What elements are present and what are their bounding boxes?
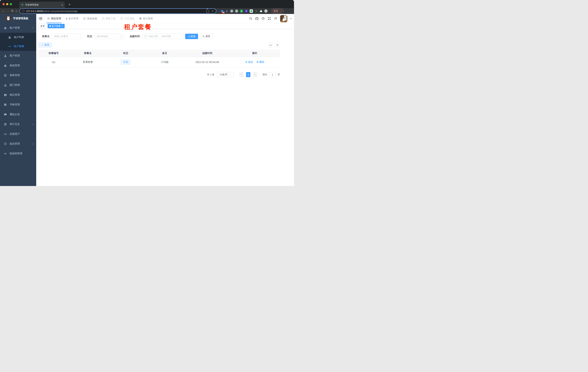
reload-icon[interactable]: ↻	[11, 10, 14, 12]
extension-icon[interactable]: ☺	[264, 10, 268, 13]
message-icon	[4, 113, 7, 116]
sidebar-item-notice[interactable]: 通知公告	[0, 110, 36, 119]
github-icon[interactable]	[255, 17, 259, 20]
col-package-id: 套餐编号	[39, 50, 69, 57]
sidebar-item-label: 在线用户	[10, 132, 20, 136]
zoom-window-button[interactable]	[10, 3, 12, 5]
sidebar-item-tenant-list[interactable]: 租户列表	[0, 33, 36, 42]
col-status: 状态	[107, 50, 144, 57]
reset-button[interactable]: ↻重置	[200, 34, 213, 39]
sidebar-item-online-users[interactable]: 在线用户	[0, 129, 36, 139]
extension-icon[interactable]	[235, 10, 238, 13]
tag-tenant-package[interactable]: 租户套餐 ×	[48, 24, 65, 28]
top-nav-payment[interactable]: ¥ 支付管理	[63, 14, 81, 23]
home-icon[interactable]: ⌂	[15, 10, 17, 12]
extension-icon[interactable]: y	[240, 10, 243, 13]
font-size-icon[interactable]: TT	[274, 17, 277, 21]
address-bar[interactable]: i 127.0.0.1:48080/admin-ui/system/tenant…	[20, 9, 216, 13]
current-page[interactable]: 1	[246, 72, 250, 77]
back-icon[interactable]: ←	[2, 10, 5, 12]
extension-icon[interactable]	[259, 10, 263, 13]
pagination: 共 1 条 10条/页 ‹ 1 › 前往 页	[39, 72, 280, 77]
delete-link[interactable]: 删除	[256, 61, 264, 64]
goto-page-input[interactable]	[269, 72, 276, 77]
user-avatar[interactable]: 4$0:70	[280, 15, 287, 22]
online-users-icon	[4, 133, 7, 136]
bookmark-star-icon[interactable]: ☆	[211, 10, 214, 13]
extension-icon[interactable]: ◆	[225, 10, 229, 13]
browser-tab[interactable]: 芋道管理系统 ×	[19, 2, 65, 8]
extension-icon[interactable]: 10	[220, 10, 224, 13]
add-button[interactable]: ＋新增	[39, 43, 52, 47]
sidebar-item-post-management[interactable]: 岗位管理	[0, 90, 36, 100]
top-nav-workflow[interactable]: 工作流程	[118, 14, 137, 23]
next-page-button[interactable]: ›	[253, 72, 257, 77]
chevron-down-icon	[119, 35, 121, 37]
select-placeholder: 请选择状态	[97, 35, 108, 38]
edit-link[interactable]: 修改	[245, 61, 253, 64]
col-created: 创建时间	[185, 50, 229, 57]
top-nav-dev-tools[interactable]: 研发工具	[99, 14, 118, 23]
sidebar-fold-icon[interactable]	[39, 17, 42, 20]
tag-close-icon[interactable]: ×	[62, 25, 63, 27]
browser-update-button[interactable]: 更新 ⋮	[272, 9, 284, 13]
status-select[interactable]: 请选择状态	[94, 34, 124, 39]
url-text: 127.0.0.1:48080/admin-ui/system/tenant/p…	[26, 10, 78, 12]
cell-package-name: 普通套餐	[69, 57, 107, 67]
chevron-down-icon	[32, 142, 33, 144]
top-nav-infrastructure[interactable]: 基础设施	[81, 14, 99, 23]
log-icon	[4, 123, 7, 126]
extension-icon[interactable]	[245, 10, 248, 13]
user-icon	[4, 54, 7, 57]
page-size-select[interactable]: 10条/页	[217, 72, 233, 77]
package-name-input[interactable]: 请输入套餐名	[52, 34, 81, 39]
sidebar-item-error-code[interactable]: </> 错误码管理	[0, 149, 36, 159]
sidebar-item-tenant-package[interactable]: 租户套餐	[0, 42, 36, 51]
prev-page-button[interactable]: ‹	[239, 72, 243, 77]
sidebar-logo[interactable]: 芋道管理系统	[0, 14, 36, 23]
sidebar-item-sms-management[interactable]: 短信管理	[0, 139, 36, 149]
tab-close-icon[interactable]: ×	[61, 3, 63, 7]
share-icon[interactable]	[206, 10, 209, 12]
search-button[interactable]: 搜索	[185, 34, 198, 39]
tenant-package-page: 套餐名 请输入套餐名 状态 请选择状态 创建时间 开始日期 -	[36, 29, 294, 186]
search-icon[interactable]	[249, 17, 252, 20]
extension-icon[interactable]: ★	[254, 10, 258, 13]
sidebar-item-department-management[interactable]: 部门管理	[0, 80, 36, 90]
sidebar-item-tenant-management[interactable]: 租户管理	[0, 23, 36, 33]
sidebar-item-label: 租户列表	[14, 36, 24, 39]
top-nav-label: 系统管理	[51, 17, 61, 20]
browser-menu-icon[interactable]: ⋮	[280, 10, 282, 12]
sidebar-item-label: 短信管理	[10, 142, 20, 145]
sidebar-item-user-management[interactable]: 用户管理	[0, 51, 36, 61]
browser-window: 芋道管理系统 × ＋ ← → ↻ ⌂ i 127.0.0.1:48080/adm…	[0, 0, 294, 186]
top-nav-report[interactable]: 统计报表	[137, 14, 155, 23]
date-range-picker[interactable]: 开始日期 - 结束日期	[142, 34, 183, 39]
filter-form: 套餐名 请输入套餐名 状态 请选择状态 创建时间 开始日期 -	[42, 34, 294, 39]
minimize-window-button[interactable]	[6, 3, 8, 5]
new-tab-button[interactable]: ＋	[68, 2, 71, 8]
help-icon[interactable]	[262, 17, 265, 20]
sidebar-item-menu-management[interactable]: 菜单管理	[0, 70, 36, 80]
sidebar-item-role-management[interactable]: 角色管理	[0, 61, 36, 70]
caret-down-icon[interactable]: ▾	[290, 17, 292, 20]
extension-icon[interactable]	[250, 10, 253, 13]
refresh-table-button[interactable]: ↻	[275, 43, 280, 47]
sidebar-item-audit-log[interactable]: 审计日志	[0, 119, 36, 129]
toggle-search-button[interactable]	[268, 43, 273, 47]
url-host: 127.0.0.1:48080	[26, 10, 43, 12]
extension-icon[interactable]: ⌘	[230, 10, 233, 13]
fullscreen-icon[interactable]	[268, 17, 271, 20]
active-dot	[49, 25, 51, 27]
browser-tabstrip: 芋道管理系统 × ＋	[0, 0, 294, 8]
top-nav-system[interactable]: 系统管理	[45, 14, 63, 23]
svg-text:0:70: 0:70	[281, 21, 283, 22]
forward-icon[interactable]: →	[7, 10, 10, 12]
close-window-button[interactable]	[2, 3, 5, 5]
tag-label: 租户套餐	[52, 25, 61, 28]
sidebar-item-label: 错误码管理	[10, 152, 22, 155]
sidebar-item-dict-management[interactable]: 字典管理	[0, 100, 36, 110]
site-info-icon[interactable]: i	[22, 10, 25, 12]
tag-home[interactable]: 首页	[39, 24, 47, 28]
url-path: /admin-ui/system/tenant/package	[43, 10, 78, 12]
